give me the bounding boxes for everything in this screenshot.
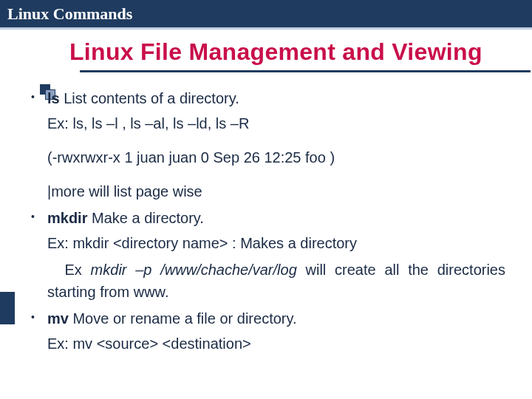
cmd-desc: List contents of a directory.: [60, 90, 239, 106]
content: ls List contents of a directory. Ex: ls,…: [0, 72, 532, 355]
cmd-name: mkdir: [47, 210, 87, 226]
example-line: Ex: ls, ls –l , ls –al, ls –ld, ls –R: [27, 112, 505, 134]
cmd-desc: Move or rename a file or directory.: [69, 310, 297, 327]
title-area: Linux File Management and Viewing: [0, 30, 532, 72]
sidebar-accent: [0, 292, 15, 324]
page-title: Linux File Management and Viewing: [69, 38, 532, 66]
example-line: Ex: mv <source> <destination>: [27, 332, 505, 355]
header-bar: Linux Commands: [0, 0, 532, 30]
list-item: mkdir Make a directory.: [27, 207, 505, 229]
ex-italic: mkdir –p /www/chache/var/log: [91, 262, 297, 278]
header-title: Linux Commands: [7, 4, 132, 24]
example-line: Ex mkdir –p /www/chache/var/log will cre…: [27, 259, 505, 303]
cmd-desc: Make a directory.: [87, 210, 203, 226]
example-line: Ex: mkdir <directory name> : Makes a dir…: [27, 232, 505, 254]
title-underline: [80, 70, 531, 72]
list-item: ls List contents of a directory.: [27, 87, 505, 109]
cmd-name: ls: [47, 90, 60, 106]
example-line: |more will list page wise: [27, 180, 505, 202]
cmd-name: mv: [47, 310, 69, 327]
ex-prefix: Ex: [65, 262, 91, 278]
list-item: mv Move or rename a file or directory.: [27, 307, 505, 330]
example-line: (-rwxrwxr-x 1 juan juan 0 Sep 26 12:25 f…: [27, 146, 505, 168]
